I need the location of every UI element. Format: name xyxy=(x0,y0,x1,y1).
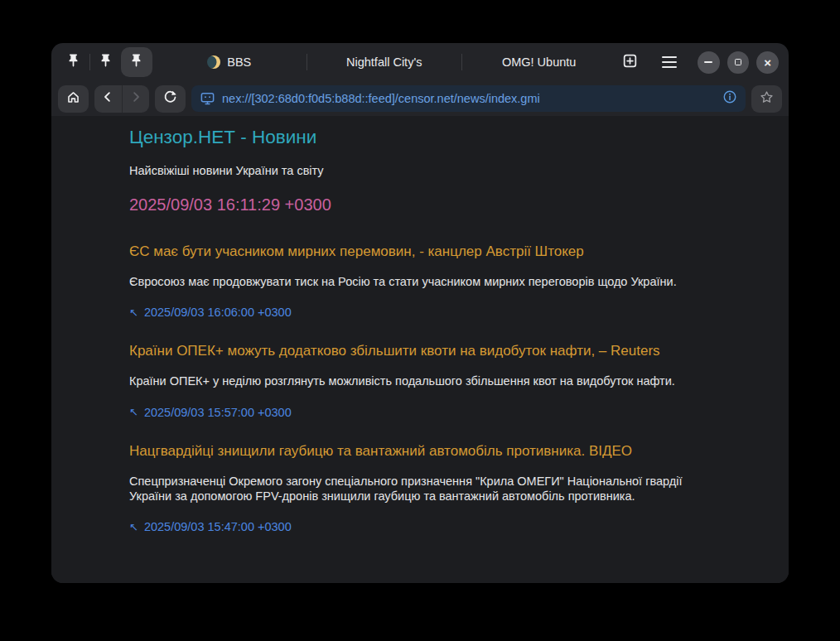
plus-square-icon xyxy=(621,52,639,73)
close-button[interactable]: × xyxy=(756,51,779,74)
reload-icon xyxy=(162,89,178,108)
maximize-icon xyxy=(735,59,741,65)
page-subtitle: Найсвіжіші новини України та світу xyxy=(129,164,698,177)
article-link-label: 2025/09/03 16:06:00 +0300 xyxy=(144,306,292,319)
browser-window: BBS Nightfall City's OMG! Ubuntu × xyxy=(51,43,789,583)
page-info-button[interactable] xyxy=(722,89,737,108)
menu-button[interactable] xyxy=(655,48,683,76)
history-nav-group xyxy=(94,85,149,113)
back-icon xyxy=(100,89,115,108)
navigation-bar: nex://[302:68d0:f0d5:b88d::feed]/censor.… xyxy=(51,81,789,116)
tab-omg-ubuntu[interactable]: OMG! Ubuntu xyxy=(462,47,616,77)
close-icon: × xyxy=(764,55,771,68)
article-timestamp-link[interactable]: ↖ 2025/09/03 15:57:00 +0300 xyxy=(129,406,698,419)
pin-icon xyxy=(98,53,113,72)
article-heading: Нацгвардійці знищили гаубицю та вантажни… xyxy=(129,443,698,460)
article-link-label: 2025/09/03 15:47:00 +0300 xyxy=(144,520,292,533)
hamburger-icon xyxy=(662,56,677,68)
back-button[interactable] xyxy=(94,85,122,113)
tab-label: BBS xyxy=(227,55,251,69)
article-link-label: 2025/09/03 15:57:00 +0300 xyxy=(144,406,292,419)
pinned-tab-3-active[interactable] xyxy=(121,47,152,77)
url-text[interactable]: nex://[302:68d0:f0d5:b88d::feed]/censor.… xyxy=(222,92,716,105)
pinned-tab-2[interactable] xyxy=(90,47,122,77)
forward-button[interactable] xyxy=(123,85,150,113)
article-heading: ЄС має бути учасником мирних перемовин, … xyxy=(129,243,698,260)
article-item: ЄС має бути учасником мирних перемовин, … xyxy=(129,243,698,319)
link-arrow-icon: ↖ xyxy=(129,406,138,418)
crescent-moon-icon xyxy=(207,55,220,69)
pinned-tab-1[interactable] xyxy=(58,47,89,77)
pin-icon xyxy=(65,53,81,72)
reload-button[interactable] xyxy=(155,85,186,113)
forward-icon xyxy=(128,89,143,108)
home-icon xyxy=(65,89,81,108)
pin-icon xyxy=(128,53,144,72)
address-bar[interactable]: nex://[302:68d0:f0d5:b88d::feed]/censor.… xyxy=(191,85,746,112)
article-timestamp-link[interactable]: ↖ 2025/09/03 16:06:00 +0300 xyxy=(129,306,698,319)
article-summary: Країни ОПЕК+ у неділю розглянуть можливі… xyxy=(129,374,689,388)
article-summary: Євросоюз має продовжувати тиск на Росію … xyxy=(129,274,689,289)
minimize-icon xyxy=(704,61,712,63)
article-summary: Спецпризначенці Окремого загону спеціаль… xyxy=(129,474,689,504)
nex-terminal-icon xyxy=(200,91,215,107)
tab-label: Nightfall City's xyxy=(346,55,422,69)
new-tab-button[interactable] xyxy=(616,48,644,76)
page-content: Цензор.НЕТ - Новини Найсвіжіші новини Ук… xyxy=(51,116,789,583)
star-icon xyxy=(759,89,775,108)
link-arrow-icon: ↖ xyxy=(129,306,138,319)
home-button[interactable] xyxy=(58,85,89,113)
article-item: Нацгвардійці знищили гаубицю та вантажни… xyxy=(129,443,698,534)
tab-label: OMG! Ubuntu xyxy=(502,55,576,69)
article-heading: Країни ОПЕК+ можуть додатково збільшити … xyxy=(129,343,698,359)
feed-updated-heading: 2025/09/03 16:11:29 +0300 xyxy=(129,195,698,214)
bookmark-button[interactable] xyxy=(751,85,782,113)
link-arrow-icon: ↖ xyxy=(129,521,138,533)
minimize-button[interactable] xyxy=(698,51,720,74)
tab-bar: BBS Nightfall City's OMG! Ubuntu × xyxy=(51,43,789,81)
article-timestamp-link[interactable]: ↖ 2025/09/03 15:47:00 +0300 xyxy=(129,520,698,533)
page-title: Цензор.НЕТ - Новини xyxy=(129,127,698,148)
tab-nightfall-citys[interactable]: Nightfall City's xyxy=(307,47,461,77)
tab-bbs[interactable]: BBS xyxy=(152,47,307,77)
article-item: Країни ОПЕК+ можуть додатково збільшити … xyxy=(129,343,698,418)
maximize-button[interactable] xyxy=(727,51,750,74)
